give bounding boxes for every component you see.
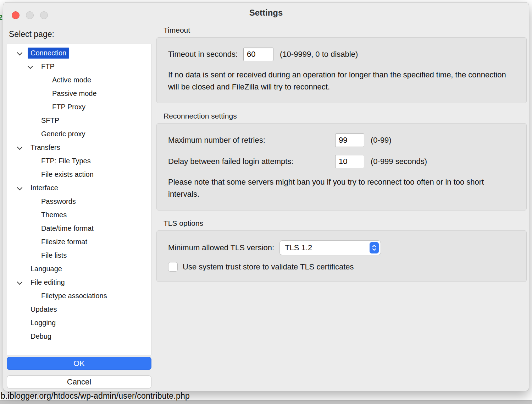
sidebar-item-file-lists[interactable]: File lists	[7, 249, 151, 262]
retry-delay-label: Delay between failed login attempts:	[168, 157, 329, 166]
tls-group-box: Minimum allowed TLS version: TLS 1.2	[156, 230, 527, 282]
sidebar-item-label[interactable]: Passwords	[38, 196, 79, 207]
trust-store-checkbox[interactable]	[168, 262, 178, 272]
sidebar-item-label[interactable]: Updates	[28, 304, 60, 315]
reconnection-group-title: Reconnection settings	[164, 112, 527, 120]
tls-group-title: TLS options	[164, 219, 527, 228]
sidebar-item-themes[interactable]: Themes	[7, 208, 151, 222]
sidebar-item-date-time-format[interactable]: Date/time format	[7, 222, 151, 235]
sidebar-item-label[interactable]: FTP Proxy	[49, 102, 88, 113]
select-page-label: Select page:	[9, 29, 54, 39]
sidebar-item-label[interactable]: Filetype associations	[38, 290, 110, 301]
sidebar-item-label[interactable]: File editing	[28, 277, 68, 288]
trust-store-checkbox-label: Use system trust store to validate TLS c…	[183, 262, 354, 272]
retry-delay-hint: (0-999 seconds)	[371, 157, 427, 166]
sidebar-item-label[interactable]: Interface	[28, 182, 61, 193]
sidebar-tree[interactable]: ConnectionFTPActive modePassive modeFTP …	[7, 44, 151, 355]
settings-dialog: Settings Select page: ConnectionFTPActiv…	[3, 2, 529, 391]
sidebar-item-file-exists-action[interactable]: File exists action	[7, 168, 151, 181]
chevron-down-icon[interactable]	[28, 64, 32, 68]
sidebar-item-label[interactable]: FTP	[38, 61, 57, 72]
timeout-range-hint: (10-9999, 0 to disable)	[280, 50, 358, 59]
max-retries-label: Maximum number of retries:	[168, 136, 329, 145]
sidebar-item-label[interactable]: Filesize format	[38, 236, 90, 247]
sidebar-item-label[interactable]: FTP: File Types	[38, 155, 94, 166]
tls-version-select[interactable]: TLS 1.2	[280, 241, 381, 255]
timeout-group-box: Timeout in seconds: (10-9999, 0 to disab…	[156, 37, 527, 103]
sidebar-item-connection[interactable]: Connection	[7, 46, 151, 60]
sidebar-item-label[interactable]: Themes	[38, 209, 70, 220]
sidebar-item-ftp-file-types[interactable]: FTP: File Types	[7, 154, 151, 168]
sidebar-item-ftp-proxy[interactable]: FTP Proxy	[7, 100, 151, 114]
sidebar-item-filetype-associations[interactable]: Filetype associations	[7, 289, 151, 302]
sidebar-item-label[interactable]: Debug	[28, 331, 54, 342]
timeout-group: Timeout Timeout in seconds: (10-9999, 0 …	[156, 26, 527, 103]
sidebar-item-label[interactable]: Logging	[28, 317, 59, 328]
sidebar-item-passive-mode[interactable]: Passive mode	[7, 87, 151, 100]
ok-button[interactable]: OK	[7, 357, 151, 370]
sidebar-item-label[interactable]: File lists	[38, 250, 70, 261]
sidebar-item-updates[interactable]: Updates	[7, 302, 151, 316]
sidebar-item-active-mode[interactable]: Active mode	[7, 73, 151, 87]
timeout-description: If no data is sent or received during an…	[168, 69, 515, 93]
background-url-text: b.iblogger.org/htdocs/wp-admin/user/cont…	[1, 391, 190, 401]
sidebar-item-file-editing[interactable]: File editing	[7, 275, 151, 289]
reconnection-group: Reconnection settings Maximum number of …	[156, 112, 527, 211]
sidebar-item-transfers[interactable]: Transfers	[7, 141, 151, 154]
sidebar-item-label[interactable]: Date/time format	[38, 223, 96, 234]
sidebar-item-generic-proxy[interactable]: Generic proxy	[7, 127, 151, 141]
popup-stepper-icon[interactable]	[370, 242, 379, 253]
sidebar-item-label[interactable]: Generic proxy	[38, 129, 88, 140]
chevron-down-icon[interactable]	[18, 51, 22, 55]
cancel-button[interactable]: Cancel	[7, 375, 151, 388]
timeout-group-title: Timeout	[164, 26, 527, 34]
sidebar-item-label[interactable]: Language	[28, 263, 65, 274]
sidebar-item-debug[interactable]: Debug	[7, 329, 151, 343]
window-title: Settings	[3, 2, 529, 23]
background-bottom-bar	[0, 400, 532, 404]
sidebar-item-label[interactable]: Active mode	[49, 75, 94, 86]
sidebar-item-interface[interactable]: Interface	[7, 181, 151, 195]
titlebar[interactable]: Settings	[3, 2, 529, 23]
sidebar-item-label[interactable]: Transfers	[28, 142, 63, 153]
max-retries-input[interactable]	[335, 133, 364, 147]
background-text-fragment: 2	[0, 13, 2, 22]
chevron-down-icon[interactable]	[18, 186, 22, 190]
reconnection-group-box: Maximum number of retries: (0-99) Delay …	[156, 123, 527, 211]
sidebar-item-label[interactable]: Connection	[28, 48, 69, 59]
timeout-seconds-label: Timeout in seconds:	[168, 50, 238, 59]
sidebar-item-ftp[interactable]: FTP	[7, 60, 151, 73]
chevron-down-icon[interactable]	[18, 145, 22, 149]
sidebar-item-sftp[interactable]: SFTP	[7, 114, 151, 127]
reconnection-note: Please note that some servers might ban …	[168, 176, 515, 200]
sidebar-item-language[interactable]: Language	[7, 262, 151, 275]
retry-delay-input[interactable]	[335, 155, 364, 168]
tls-version-label: Minimum allowed TLS version:	[168, 243, 274, 252]
tls-group: TLS options Minimum allowed TLS version:…	[156, 219, 527, 282]
chevron-down-icon[interactable]	[18, 280, 22, 284]
sidebar-item-label[interactable]: File exists action	[38, 169, 96, 180]
tls-version-value: TLS 1.2	[285, 243, 312, 252]
timeout-seconds-input[interactable]	[243, 48, 273, 61]
settings-panel: Timeout Timeout in seconds: (10-9999, 0 …	[156, 26, 527, 290]
sidebar-item-filesize-format[interactable]: Filesize format	[7, 235, 151, 249]
sidebar-item-logging[interactable]: Logging	[7, 316, 151, 329]
sidebar-item-label[interactable]: SFTP	[38, 115, 62, 126]
sidebar-item-label[interactable]: Passive mode	[49, 88, 100, 99]
sidebar-item-passwords[interactable]: Passwords	[7, 195, 151, 208]
max-retries-hint: (0-99)	[371, 136, 392, 145]
